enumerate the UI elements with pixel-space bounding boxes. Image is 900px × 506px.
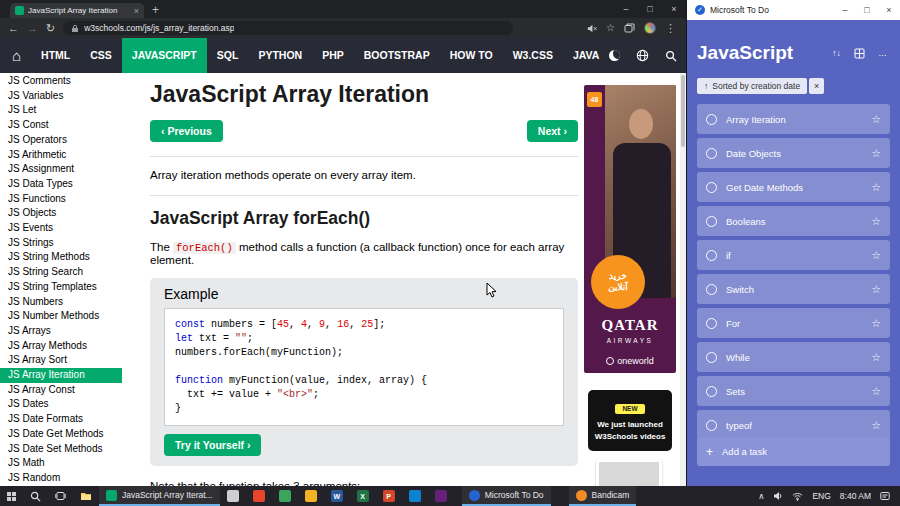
nav-item[interactable]: BOOTSTRAP [354, 38, 440, 73]
task-checkbox[interactable] [706, 182, 717, 193]
sidebar-item[interactable]: JS Events [0, 221, 122, 236]
taskbar-pinned-app[interactable] [272, 486, 298, 506]
nav-item[interactable]: PHP [312, 38, 354, 73]
start-button[interactable] [0, 486, 23, 506]
sort-icon[interactable]: ↑↓ [829, 46, 844, 61]
view-grid-icon[interactable] [852, 46, 867, 61]
sidebar-item[interactable]: JS String Templates [0, 280, 122, 295]
sidebar-item[interactable]: JS Const [0, 118, 122, 133]
sidebar-item[interactable]: JS Arithmetic [0, 148, 122, 163]
back-icon[interactable]: ← [8, 23, 19, 34]
reload-icon[interactable]: ↻ [46, 23, 55, 34]
task-star-icon[interactable]: ☆ [871, 386, 881, 397]
ad-thumbnail-card[interactable] [596, 459, 662, 486]
taskbar-pinned-app[interactable] [428, 486, 454, 506]
task-checkbox[interactable] [706, 284, 717, 295]
nav-item[interactable]: CSS [80, 38, 122, 73]
dark-mode-icon[interactable] [609, 50, 620, 61]
add-task-button[interactable]: + Add a task [697, 437, 890, 466]
taskbar-pinned-app[interactable] [298, 486, 324, 506]
tray-chevron-icon[interactable]: ∧ [758, 491, 764, 501]
taskbar-pinned-app[interactable]: P [376, 486, 402, 506]
search-icon[interactable] [665, 50, 677, 62]
nav-item[interactable]: JAVA [563, 38, 609, 73]
network-wifi-icon[interactable] [792, 492, 803, 501]
task-star-icon[interactable]: ☆ [871, 182, 881, 193]
close-button[interactable]: × [662, 0, 686, 18]
sort-direction-icon[interactable]: ↑ [704, 81, 708, 91]
sidebar-item[interactable]: JS Operators [0, 133, 122, 148]
sidebar-item[interactable]: JS Let [0, 103, 122, 118]
taskbar-pinned-app[interactable]: X [350, 486, 376, 506]
new-tab-button[interactable]: + [152, 4, 159, 16]
sidebar-item[interactable]: JS Comments [0, 74, 122, 89]
minimize-button[interactable]: – [614, 0, 638, 18]
sidebar-item[interactable]: JS Date Formats [0, 412, 122, 427]
task-star-icon[interactable]: ☆ [871, 318, 881, 329]
sidebar-item[interactable]: JS Dates [0, 397, 122, 412]
browser-menu-icon[interactable]: ⋮ [665, 23, 676, 34]
task-star-icon[interactable]: ☆ [871, 352, 881, 363]
sidebar-item[interactable]: JS Data Types [0, 177, 122, 192]
taskbar-app-todo[interactable]: Microsoft To Do [462, 486, 551, 506]
nav-item[interactable]: W3.CSS [503, 38, 563, 73]
next-button[interactable]: Next › [527, 120, 578, 142]
taskbar-search-icon[interactable] [23, 486, 48, 506]
sidebar-item[interactable]: JS String Search [0, 265, 122, 280]
nav-item[interactable]: HTML [31, 38, 80, 73]
task-item[interactable]: Get Date Methods ☆ [697, 172, 890, 202]
nav-item[interactable]: SQL [207, 38, 249, 73]
task-item[interactable]: Date Objects ☆ [697, 138, 890, 168]
sidebar-item[interactable]: JS String Methods [0, 250, 122, 265]
todo-close-button[interactable]: × [878, 0, 900, 20]
task-checkbox[interactable] [706, 420, 717, 431]
task-star-icon[interactable]: ☆ [871, 148, 881, 159]
sidebar-item[interactable]: JS Variables [0, 89, 122, 104]
task-checkbox[interactable] [706, 386, 717, 397]
sidebar-item[interactable]: JS Functions [0, 192, 122, 207]
task-checkbox[interactable] [706, 318, 717, 329]
taskbar-app-bandicam[interactable]: Bandicam [569, 486, 637, 506]
sidebar-item[interactable]: JS Array Const [0, 383, 122, 398]
nav-item[interactable]: HOW TO [440, 38, 503, 73]
sort-chip-close-icon[interactable]: × [809, 78, 824, 94]
mute-speaker-icon[interactable] [586, 23, 597, 34]
ad-panel[interactable]: 48 خرید آنلاین QATARAIRWAYS oneworld [584, 85, 676, 373]
task-item[interactable]: For ☆ [697, 308, 890, 338]
sidebar-item[interactable]: JS Date Get Methods [0, 427, 122, 442]
taskbar-pinned-app[interactable] [220, 486, 246, 506]
sort-chip[interactable]: ↑ Sorted by creation date [697, 78, 807, 94]
collections-icon[interactable] [624, 23, 635, 33]
taskbar-pinned-app[interactable] [402, 486, 428, 506]
sidebar-item[interactable]: JS Strings [0, 236, 122, 251]
sidebar-item[interactable]: JS Assignment [0, 162, 122, 177]
nav-item[interactable]: PYTHON [248, 38, 312, 73]
todo-minimize-button[interactable]: – [834, 0, 856, 20]
task-item[interactable]: Switch ☆ [697, 274, 890, 304]
sidebar-item[interactable]: JS Arrays [0, 324, 122, 339]
task-item[interactable]: if ☆ [697, 240, 890, 270]
profile-avatar[interactable] [644, 22, 656, 34]
sidebar-item[interactable]: JS Objects [0, 206, 122, 221]
previous-button[interactable]: ‹ Previous [150, 120, 223, 142]
tab-close-icon[interactable]: × [134, 6, 139, 16]
tray-clock[interactable]: 8:40 AM [840, 491, 871, 501]
task-item[interactable]: typeof ☆ [697, 410, 890, 440]
task-checkbox[interactable] [706, 250, 717, 261]
todo-maximize-button[interactable]: □ [856, 0, 878, 20]
task-item[interactable]: While ☆ [697, 342, 890, 372]
task-star-icon[interactable]: ☆ [871, 420, 881, 431]
volume-icon[interactable] [773, 491, 783, 501]
task-star-icon[interactable]: ☆ [871, 114, 881, 125]
sidebar-item[interactable]: JS Number Methods [0, 309, 122, 324]
file-explorer-icon[interactable] [73, 486, 99, 506]
task-checkbox[interactable] [706, 114, 717, 125]
home-icon[interactable]: ⌂ [0, 38, 31, 73]
todo-more-icon[interactable]: … [875, 46, 890, 61]
taskbar-pinned-app[interactable]: W [324, 486, 350, 506]
sidebar-item[interactable]: JS Numbers [0, 295, 122, 310]
action-center-icon[interactable] [880, 491, 890, 501]
task-checkbox[interactable] [706, 352, 717, 363]
task-item[interactable]: Booleans ☆ [697, 206, 890, 236]
task-item[interactable]: Sets ☆ [697, 376, 890, 406]
